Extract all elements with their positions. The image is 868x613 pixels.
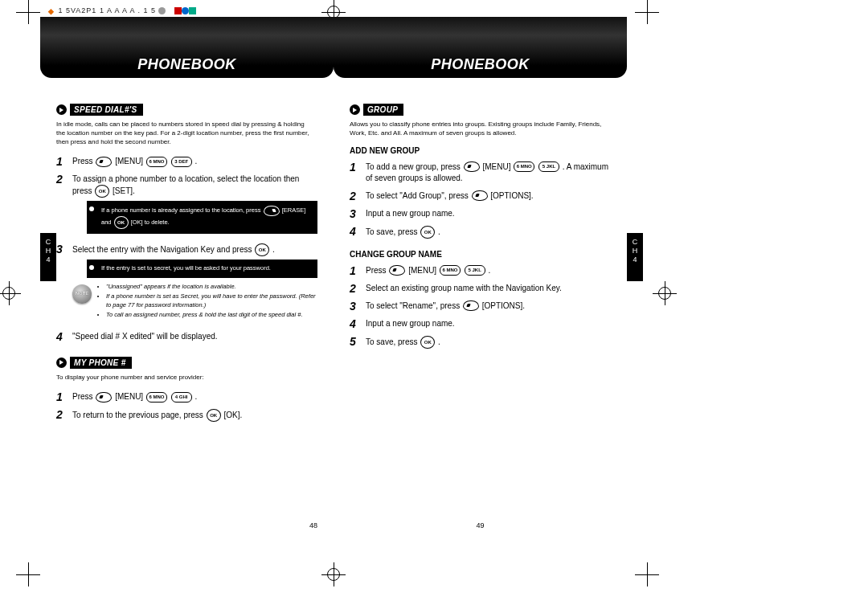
key-5-icon: 5 JKL	[465, 265, 485, 276]
step-number: 3	[350, 297, 364, 315]
circle-icon	[182, 7, 189, 14]
left-softkey-icon	[96, 392, 112, 403]
step-row: 3 Input a new group name.	[350, 205, 611, 223]
step-text: Select the entry with the Navigation Key…	[71, 240, 317, 327]
crop-mark	[0, 281, 21, 305]
section-label: GROUP	[363, 104, 403, 116]
square-icon	[189, 7, 196, 14]
step-number: 2	[350, 280, 364, 297]
note-badge-icon: NOTE	[72, 284, 92, 304]
crop-mark	[16, 0, 40, 24]
step-text: To return to the previous page, press OK…	[71, 406, 317, 425]
step-number: 5	[350, 333, 364, 352]
step-row: 2 To return to the previous page, press …	[56, 406, 317, 425]
step-row: 2 To assign a phone number to a location…	[56, 170, 317, 240]
crop-mark	[653, 281, 677, 305]
left-softkey-icon	[463, 300, 479, 311]
note-item: If a phone number is set as Secret, you …	[106, 292, 317, 309]
step-number: 4	[350, 315, 364, 333]
section-intro: To display your phone number and service…	[56, 374, 317, 382]
dot-icon	[158, 7, 166, 14]
step-text: To save, press OK .	[364, 223, 611, 242]
step-text: "Speed dial # X edited" will be displaye…	[71, 328, 317, 345]
note-item: To call an assigned number, press & hold…	[106, 311, 317, 320]
square-icon	[174, 7, 182, 14]
manual-spread: PHONEBOOK SPEED DIAL#'S In idle mode, ca…	[40, 20, 627, 534]
step-text: To assign a phone number to a location, …	[71, 170, 317, 240]
page-left: PHONEBOOK SPEED DIAL#'S In idle mode, ca…	[40, 20, 334, 534]
left-softkey-icon	[389, 265, 405, 276]
step-row: 4 Input a new group name.	[350, 315, 611, 333]
step-number: 3	[56, 240, 71, 327]
key-6-icon: 6 MNO	[514, 161, 534, 172]
step-text: Press [MENU] 6 MNO 5 JKL .	[364, 262, 611, 280]
right-softkey-icon	[264, 206, 280, 216]
key-6-icon: 6 MNO	[440, 265, 461, 276]
step-number: 1	[56, 388, 71, 406]
steps-add-group: 1 To add a new group, press [MENU] 6 MNO…	[350, 158, 611, 242]
print-metadata: ◆ 1 5VA2P1 1 A A A A . 1 5	[48, 6, 196, 14]
subheading-add-group: ADD NEW GROUP	[350, 146, 611, 155]
page-header: PHONEBOOK	[334, 17, 627, 78]
ok-key-icon: OK	[114, 216, 129, 229]
section-my-phone: MY PHONE #	[56, 357, 317, 369]
step-row: 2 To select "Add Group", press [OPTIONS]…	[350, 187, 611, 205]
step-text: Press [MENU] 6 MNO 3 DEF .	[71, 153, 317, 170]
page-right: PHONEBOOK GROUP Allows you to classify p…	[334, 20, 627, 534]
ok-key-icon: OK	[420, 336, 435, 349]
steps-speed-dial: 1 Press [MENU] 6 MNO 3 DEF . 2 To assign…	[56, 153, 317, 345]
note-item: "Unassigned" appears if the location is …	[106, 283, 317, 292]
step-text: To select "Rename", press [OPTIONS].	[364, 297, 611, 315]
mark-icon: ◆	[48, 7, 55, 14]
chapter-tab-text: C	[627, 238, 643, 247]
chapter-tab-right: C H 4	[627, 233, 643, 281]
step-row: 4 To save, press OK .	[350, 223, 611, 242]
step-number: 1	[350, 158, 364, 187]
section-group: GROUP	[350, 104, 611, 116]
key-4-icon: 4 GHI	[171, 392, 192, 403]
chapter-tab-text: H	[627, 247, 643, 255]
subheading-change-group: CHANGE GROUP NAME	[350, 250, 611, 259]
step-row: 5 To save, press OK .	[350, 333, 611, 352]
page-title: PHONEBOOK	[137, 56, 236, 73]
step-row: 3 To select "Rename", press [OPTIONS].	[350, 297, 611, 315]
steps-my-phone: 1 Press [MENU] 6 MNO 4 GHI . 2 To return…	[56, 388, 317, 425]
page-title: PHONEBOOK	[431, 56, 530, 73]
step-text: Input a new group name.	[364, 315, 611, 333]
step-number: 4	[350, 223, 364, 242]
ok-key-icon: OK	[95, 185, 109, 198]
crop-mark	[16, 562, 40, 586]
section-bullet-icon	[56, 358, 67, 368]
key-3-icon: 3 DEF	[171, 157, 192, 167]
tip-box: If the entry is set to secret, you will …	[87, 260, 317, 277]
steps-change-group: 1 Press [MENU] 6 MNO 5 JKL . 2 Select an…	[350, 262, 611, 352]
ok-key-icon: OK	[255, 243, 269, 256]
tip-box: If a phone number is already assigned to…	[87, 201, 317, 234]
step-text: Press [MENU] 6 MNO 4 GHI .	[71, 388, 317, 406]
section-speed-dials: SPEED DIAL#'S	[56, 104, 317, 116]
section-bullet-icon	[350, 104, 360, 115]
ok-key-icon: OK	[207, 409, 221, 422]
crop-mark	[635, 0, 659, 24]
section-intro: Allows you to classify phone entries int…	[350, 121, 611, 138]
left-softkey-icon	[472, 190, 488, 201]
tip-bullet-icon	[89, 206, 94, 211]
section-intro: In idle mode, calls can be placed to num…	[56, 121, 317, 146]
key-5-icon: 5 JKL	[538, 161, 559, 172]
key-6-icon: 6 MNO	[146, 392, 167, 403]
page-number: 49	[476, 521, 484, 529]
step-row: 1 To add a new group, press [MENU] 6 MNO…	[350, 158, 611, 187]
step-row: 1 Press [MENU] 6 MNO 3 DEF .	[56, 153, 317, 170]
left-softkey-icon	[464, 161, 480, 172]
ok-key-icon: OK	[420, 226, 435, 239]
step-row: 1 Press [MENU] 6 MNO 5 JKL .	[350, 262, 611, 280]
crop-mark	[635, 562, 659, 586]
chapter-tab-text: 4	[627, 255, 643, 264]
step-row: 2 Select an existing group name with the…	[350, 280, 611, 297]
crop-mark	[321, 562, 346, 586]
step-number: 2	[56, 170, 71, 240]
step-text: To select "Add Group", press [OPTIONS].	[364, 187, 611, 205]
step-number: 1	[56, 153, 71, 170]
step-text: Input a new group name.	[364, 205, 611, 223]
section-label: SPEED DIAL#'S	[70, 104, 143, 116]
